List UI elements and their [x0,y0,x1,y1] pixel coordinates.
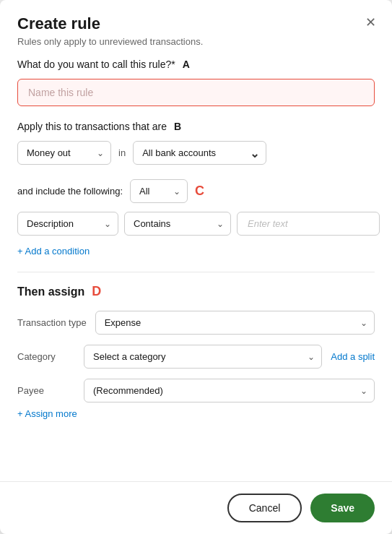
cancel-button[interactable]: Cancel [227,494,302,522]
then-assign-label: Then assign [17,285,84,298]
transaction-selects-row: Money out Money in ⌄ in All bank account… [17,141,375,165]
apply-label-row: Apply this to transactions that are B [17,121,375,132]
bank-account-select[interactable]: All bank accounts Checking Savings [133,141,266,165]
assign-more-link[interactable]: + Assign more [17,408,77,419]
condition-text-input[interactable] [237,212,380,236]
all-any-wrapper: All Any ⌄ [130,179,188,203]
condition-field-wrapper: Description Amount Payee ⌄ [17,212,118,236]
apply-label: Apply this to transactions that are [17,121,167,132]
payee-wrapper: (Recommended) ⌄ [84,379,375,402]
condition-operator-wrapper: Contains Does not contain Equals ⌄ [124,212,231,236]
modal-subtitle: Rules only apply to unreviewed transacti… [17,36,375,47]
category-wrapper: Select a category ⌄ [84,345,322,369]
then-assign-row: Then assign D [17,284,375,299]
category-row: Category Select a category ⌄ Add a split [17,345,375,369]
category-label: Category [17,351,75,362]
condition-operator-select[interactable]: Contains Does not contain Equals [124,212,231,236]
transaction-type-row: Transaction type Expense Income Transfer… [17,311,375,335]
create-rule-modal: Create rule Rules only apply to unreview… [0,0,392,534]
payee-label: Payee [17,385,75,396]
rule-name-label-row: What do you want to call this rule?* A [17,59,375,70]
include-row: and include the following: All Any ⌄ C [17,179,375,203]
assign-grid: Transaction type Expense Income Transfer… [17,311,375,402]
add-condition-link[interactable]: + Add a condition [17,246,90,257]
badge-a: A [183,59,190,70]
condition-row: Description Amount Payee ⌄ Contains Does… [17,212,375,236]
transaction-type-select[interactable]: Expense Income Transfer [95,311,375,335]
then-assign-section: Then assign D Transaction type Expense I… [17,284,375,420]
all-any-select[interactable]: All Any [130,179,188,203]
rule-name-field-label: What do you want to call this rule?* [17,59,175,70]
bank-account-wrapper: All bank accounts Checking Savings ⌄ [133,141,266,165]
condition-field-select[interactable]: Description Amount Payee [17,212,118,236]
category-select[interactable]: Select a category [84,345,322,369]
modal-title: Create rule [17,14,375,33]
add-split-link[interactable]: Add a split [331,351,375,362]
badge-b: B [174,121,181,132]
in-label: in [118,147,126,158]
save-button[interactable]: Save [310,494,375,522]
close-button[interactable]: ✕ [362,13,379,32]
include-conditions-section: and include the following: All Any ⌄ C D… [17,179,375,257]
modal-body: What do you want to call this rule?* A A… [0,47,392,481]
modal-header: Create rule Rules only apply to unreview… [0,0,392,47]
rule-name-section: What do you want to call this rule?* A [17,59,375,106]
transaction-direction-wrapper: Money out Money in ⌄ [17,141,111,165]
payee-row: Payee (Recommended) ⌄ [17,379,375,402]
transaction-type-label: Transaction type [17,317,87,328]
badge-c: C [195,184,204,199]
payee-select[interactable]: (Recommended) [84,379,375,402]
transaction-direction-select[interactable]: Money out Money in [17,141,111,165]
apply-transactions-section: Apply this to transactions that are B Mo… [17,121,375,165]
section-divider [17,272,375,272]
modal-footer: Cancel Save [0,481,392,534]
transaction-type-wrapper: Expense Income Transfer ⌄ [95,311,375,335]
rule-name-input[interactable] [17,79,375,106]
badge-d: D [92,284,101,299]
include-label: and include the following: [17,186,123,197]
